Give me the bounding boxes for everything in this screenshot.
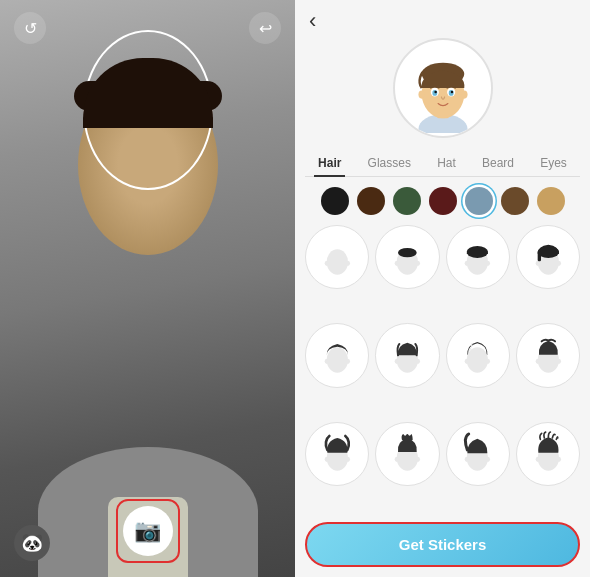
hairstyle-9[interactable] <box>305 422 369 486</box>
svg-point-5 <box>461 90 468 98</box>
color-swatch-blonde[interactable] <box>537 187 565 215</box>
svg-point-10 <box>434 91 436 93</box>
svg-point-16 <box>395 260 399 265</box>
color-swatch-lightblue[interactable] <box>465 187 493 215</box>
camera-button[interactable]: 📷 <box>123 506 173 556</box>
hairstyle-4[interactable] <box>516 225 580 289</box>
hairstyle-3[interactable] <box>446 225 510 289</box>
refresh-button[interactable]: ↺ <box>14 12 46 44</box>
hairstyle-10[interactable] <box>375 422 439 486</box>
svg-point-25 <box>557 260 561 265</box>
svg-point-28 <box>326 347 347 372</box>
svg-point-11 <box>450 91 452 93</box>
back-button[interactable]: ‹ <box>305 0 320 38</box>
get-stickers-wrap: Get Stickers <box>305 522 580 567</box>
customization-panel: ‹ <box>295 0 590 577</box>
hairstyle-1[interactable] <box>305 225 369 289</box>
svg-point-14 <box>346 260 350 265</box>
svg-point-47 <box>465 457 469 462</box>
camera-button-wrap: 📷 <box>116 499 180 563</box>
tab-eyes[interactable]: Eyes <box>536 150 571 176</box>
svg-point-21 <box>486 260 490 265</box>
svg-point-36 <box>486 359 490 364</box>
svg-point-50 <box>535 457 539 462</box>
camera-button-outer[interactable]: 📷 <box>116 499 180 563</box>
feature-tabs: Hair Glasses Hat Beard Eyes <box>305 150 580 177</box>
hairstyle-8[interactable] <box>516 323 580 387</box>
hairstyle-5[interactable] <box>305 323 369 387</box>
get-stickers-button[interactable]: Get Stickers <box>305 522 580 567</box>
color-swatch-darkred[interactable] <box>429 187 457 215</box>
svg-rect-27 <box>537 250 540 261</box>
color-picker <box>305 187 580 215</box>
tab-hat[interactable]: Hat <box>433 150 460 176</box>
tab-glasses[interactable]: Glasses <box>364 150 415 176</box>
svg-point-12 <box>326 249 347 274</box>
history-icon: ↩ <box>259 19 272 38</box>
svg-point-44 <box>395 457 399 462</box>
history-button[interactable]: ↩ <box>249 12 281 44</box>
hairstyle-11[interactable] <box>446 422 510 486</box>
svg-point-45 <box>416 457 420 462</box>
svg-point-30 <box>346 359 350 364</box>
color-swatch-brown[interactable] <box>357 187 385 215</box>
svg-point-41 <box>324 457 328 462</box>
svg-point-17 <box>416 260 420 265</box>
svg-point-33 <box>416 359 420 364</box>
svg-point-4 <box>418 90 425 98</box>
top-toolbar: ↺ ↩ <box>0 12 295 44</box>
avatar-cartoon <box>398 43 488 133</box>
refresh-icon: ↺ <box>24 19 37 38</box>
tab-hair[interactable]: Hair <box>314 150 345 176</box>
avatar-icon: 🐼 <box>21 532 43 554</box>
hairstyle-grid <box>305 225 580 514</box>
svg-point-29 <box>324 359 328 364</box>
svg-point-39 <box>557 359 561 364</box>
avatar-thumbnail[interactable]: 🐼 <box>14 525 50 561</box>
back-icon: ‹ <box>309 8 316 33</box>
svg-point-34 <box>467 347 488 372</box>
svg-point-51 <box>557 457 561 462</box>
color-swatch-darkbrown[interactable] <box>501 187 529 215</box>
color-swatch-black[interactable] <box>321 187 349 215</box>
svg-point-42 <box>346 457 350 462</box>
camera-panel: ↺ ↩ 🐼 📷 <box>0 0 295 577</box>
svg-point-24 <box>535 260 539 265</box>
svg-point-35 <box>465 359 469 364</box>
avatar-preview <box>393 38 493 138</box>
hairstyle-6[interactable] <box>375 323 439 387</box>
svg-point-48 <box>486 457 490 462</box>
svg-point-20 <box>465 260 469 265</box>
camera-icon: 📷 <box>134 518 161 544</box>
hairstyle-7[interactable] <box>446 323 510 387</box>
svg-point-38 <box>535 359 539 364</box>
hairstyle-12[interactable] <box>516 422 580 486</box>
color-swatch-green[interactable] <box>393 187 421 215</box>
tab-beard[interactable]: Beard <box>478 150 518 176</box>
svg-point-13 <box>324 260 328 265</box>
bottom-toolbar: 🐼 📷 <box>0 467 295 577</box>
svg-point-32 <box>395 359 399 364</box>
hairstyle-2[interactable] <box>375 225 439 289</box>
